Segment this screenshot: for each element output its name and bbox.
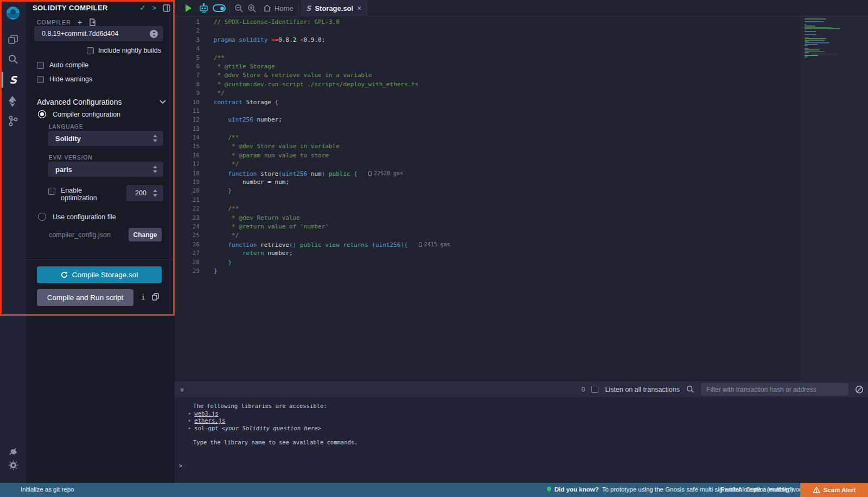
info-icon[interactable]: i <box>141 293 145 301</box>
code-line[interactable]: 5/** <box>175 54 787 62</box>
nightly-builds-checkbox[interactable] <box>87 47 94 54</box>
code-line[interactable]: 9 */ <box>175 89 787 98</box>
copy-icon[interactable] <box>152 293 159 301</box>
tab-storage-sol[interactable]: S Storage.sol × <box>301 0 367 16</box>
code-line[interactable]: 24 * @return value of 'number' <box>175 222 787 231</box>
home-icon <box>263 4 271 12</box>
code-line[interactable]: 14 /** <box>175 133 787 142</box>
terminal-library-item[interactable]: •web3.js <box>188 410 358 418</box>
icon-sidebar: S <box>0 0 26 483</box>
split-view-icon[interactable] <box>163 4 170 12</box>
git-init-status[interactable]: Initialize as git repo <box>21 486 74 493</box>
compile-run-button[interactable]: Compile and Run script <box>37 289 133 306</box>
code-line[interactable]: 19 number = num; <box>175 178 787 187</box>
zoom-out-button[interactable] <box>234 0 244 16</box>
compile-button[interactable]: Compile Storage.sol <box>37 266 162 283</box>
transaction-filter-input[interactable] <box>701 383 848 396</box>
terminal[interactable]: The following libraries are accessible: … <box>175 397 868 483</box>
sidebar-item-solidity-compiler[interactable]: S <box>0 72 26 88</box>
expand-terminal-icon[interactable]: » <box>178 388 187 391</box>
tip-bold-label: Did you know? <box>554 486 599 493</box>
compiler-config-radio[interactable] <box>38 110 46 118</box>
copilot-toggle[interactable] <box>213 0 226 16</box>
terminal-library-item[interactable]: •ethers.js <box>188 417 358 425</box>
code-line[interactable]: 7 * @dev Store & retrieve value in a var… <box>175 71 787 80</box>
terminal-library-item: •sol-gpt <your Solidity question here> <box>188 425 358 432</box>
code-line[interactable]: 25 */ <box>175 231 787 240</box>
chevron-down-icon[interactable] <box>159 100 166 104</box>
listen-transactions-checkbox[interactable] <box>591 386 598 393</box>
change-config-button[interactable]: Change <box>129 228 162 241</box>
code-line[interactable]: 20 } <box>175 187 787 195</box>
play-icon <box>186 4 192 12</box>
toolbar-divider <box>229 2 230 14</box>
sidebar-item-file-explorer[interactable] <box>0 31 26 48</box>
code-line[interactable]: 6 * @title Storage <box>175 62 787 71</box>
remix-ide-app: S <box>0 0 868 497</box>
code-line[interactable]: 28 } <box>175 258 787 267</box>
add-compiler-icon[interactable]: + <box>78 18 82 26</box>
deploy-run-icon <box>8 95 18 107</box>
use-config-file-label: Use configuration file <box>53 213 116 221</box>
terminal-prompt[interactable]: > <box>179 462 182 469</box>
copilot-status[interactable]: RemixAI Copilot (enabled) <box>720 486 793 493</box>
code-line[interactable]: 16 * @param num value to store <box>175 151 787 160</box>
close-tab-icon[interactable]: × <box>357 4 361 12</box>
code-line[interactable]: 29} <box>175 267 787 276</box>
hide-warnings-label: Hide warnings <box>49 75 92 83</box>
code-line[interactable]: 12 uint256 number; <box>175 116 787 124</box>
sidebar-item-git[interactable] <box>0 113 26 129</box>
sidebar-item-settings[interactable] <box>0 457 26 473</box>
code-line[interactable]: 15 * @dev Store value in variable <box>175 142 787 151</box>
run-script-button[interactable] <box>186 0 192 16</box>
sidebar-item-deploy-run[interactable] <box>0 93 26 110</box>
evm-version-select[interactable]: paris <box>48 162 163 177</box>
compiler-version-value: 0.8.19+commit.7dd6d404 <box>42 30 150 37</box>
auto-compile-checkbox[interactable] <box>37 62 44 69</box>
tab-home[interactable]: Home <box>263 0 293 16</box>
compiler-version-select[interactable]: 0.8.19+commit.7dd6d404 <box>34 26 163 41</box>
code-line[interactable]: 17 */ <box>175 160 787 169</box>
code-line[interactable]: 3pragma solidity >=0.8.2 <0.9.0; <box>175 36 787 44</box>
code-line[interactable]: 22 /** <box>175 205 787 213</box>
chevron-right-icon[interactable]: > <box>152 4 156 12</box>
solidity-compiler-panel: SOLIDITY COMPILER ✓ > COMPILER + 0.8.19+… <box>26 0 175 483</box>
scam-alert-button[interactable]: Scam Alert <box>800 483 868 497</box>
open-file-icon[interactable] <box>89 18 96 26</box>
remix-logo[interactable] <box>0 4 26 23</box>
minimap[interactable] <box>805 18 840 59</box>
code-line[interactable]: 21 <box>175 196 787 205</box>
code-line[interactable]: 13 <box>175 125 787 133</box>
search-icon[interactable] <box>686 385 694 393</box>
language-select[interactable]: Solidity <box>48 131 163 146</box>
code-line[interactable]: 1// SPDX-License-Identifier: GPL-3.0 <box>175 18 787 27</box>
remix-logo-icon <box>5 5 21 22</box>
select-carets-icon <box>153 165 158 174</box>
code-line[interactable]: 10contract Storage { <box>175 98 787 107</box>
optimization-runs-input[interactable]: 200 <box>126 185 163 201</box>
file-explorer-icon <box>8 34 18 45</box>
use-config-file-radio[interactable] <box>38 213 46 221</box>
code-line[interactable]: 26 function retrieve() public view retur… <box>175 240 787 249</box>
clear-console-icon[interactable] <box>855 385 864 394</box>
enable-optimization-label: Enable optimization <box>61 187 106 202</box>
language-label: LANGUAGE <box>49 124 84 130</box>
zoom-in-button[interactable] <box>247 0 257 16</box>
code-line[interactable]: 8 * @custom:dev-run-script ./scripts/dep… <box>175 80 787 89</box>
code-line[interactable]: 11 <box>175 107 787 116</box>
sidebar-item-search[interactable] <box>0 51 26 67</box>
gas-icon <box>419 243 422 247</box>
robot-icon <box>199 3 209 13</box>
check-icon: ✓ <box>140 4 146 12</box>
code-line[interactable]: 2 <box>175 27 787 35</box>
code-line[interactable]: 23 * @dev Return value <box>175 214 787 222</box>
copilot-robot-button[interactable] <box>199 0 209 16</box>
code-line[interactable]: 27 return number; <box>175 249 787 258</box>
code-editor[interactable]: 1// SPDX-License-Identifier: GPL-3.023pr… <box>175 16 868 381</box>
toggle-on-icon <box>213 4 226 12</box>
hide-warnings-checkbox[interactable] <box>37 76 44 83</box>
enable-optimization-checkbox[interactable] <box>48 188 55 195</box>
code-line[interactable]: 18 function store(uint256 num) public {2… <box>175 169 787 178</box>
code-line[interactable]: 4 <box>175 44 787 53</box>
listen-transactions-label: Listen on all transactions <box>605 386 680 393</box>
